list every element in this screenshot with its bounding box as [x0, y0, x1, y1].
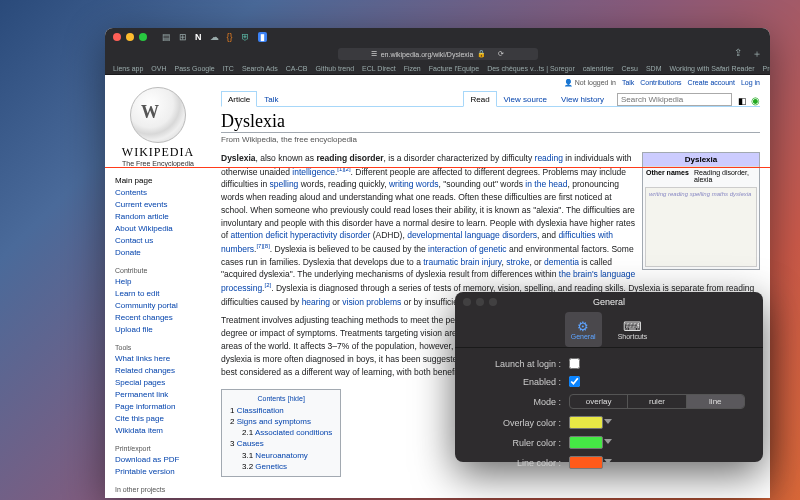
preferences-window: General ⚙ General ⌨ Shortcuts Launch at … [455, 292, 763, 462]
sidebar-icon[interactable]: ▤ [162, 32, 171, 42]
link-dementia[interactable]: dementia [544, 257, 579, 267]
tab-read[interactable]: Read [463, 91, 496, 107]
nav-about[interactable]: About Wikipedia [115, 223, 201, 235]
fav-item[interactable]: Fizen [404, 65, 421, 72]
fav-item[interactable]: Présence.xlsx [763, 65, 770, 72]
fav-item[interactable]: ITC [223, 65, 234, 72]
toc-signs[interactable]: Signs and symptoms [237, 417, 311, 426]
fav-item[interactable]: OVH [151, 65, 166, 72]
nav-permalink[interactable]: Permanent link [115, 389, 201, 401]
share-icon[interactable]: ⇪ [734, 47, 742, 61]
user-talk[interactable]: Talk [622, 79, 634, 86]
notion-icon[interactable]: N [195, 32, 202, 42]
overlay-color-swatch[interactable] [569, 416, 603, 429]
enabled-checkbox[interactable] [569, 376, 580, 387]
shield-icon[interactable]: ⛨ [241, 32, 250, 42]
infobox-image[interactable]: writing reading spelling maths dyslexia [645, 187, 757, 267]
minimize-icon[interactable] [126, 33, 134, 41]
nav-learn-edit[interactable]: Learn to edit [115, 288, 201, 300]
nav-special[interactable]: Special pages [115, 377, 201, 389]
nav-donate[interactable]: Donate [115, 247, 201, 259]
nav-links-here[interactable]: What links here [115, 353, 201, 365]
fav-item[interactable]: Github trend [316, 65, 355, 72]
launch-checkbox[interactable] [569, 358, 580, 369]
line-color-swatch[interactable] [569, 456, 603, 469]
tab-talk[interactable]: Talk [257, 91, 285, 106]
user-create[interactable]: Create account [687, 79, 734, 86]
link-intelligence[interactable]: intelligence [292, 167, 335, 177]
link-head[interactable]: in the head [525, 179, 567, 189]
search-input[interactable] [617, 93, 732, 106]
settings-icon[interactable]: ◉ [751, 95, 760, 106]
link-tbi[interactable]: traumatic brain injury [423, 257, 501, 267]
nav-pageinfo[interactable]: Page information [115, 401, 201, 413]
nav-community[interactable]: Community portal [115, 300, 201, 312]
new-tab-icon[interactable]: ＋ [752, 47, 762, 61]
nav-contact[interactable]: Contact us [115, 235, 201, 247]
url-field[interactable]: ☰ en.wikipedia.org/wiki/Dyslexia 🔒 ⟳ [338, 48, 538, 60]
tab-article[interactable]: Article [221, 91, 257, 107]
link-genetic[interactable]: interaction of genetic [428, 244, 506, 254]
fav-item[interactable]: SDM [646, 65, 662, 72]
fav-item[interactable]: Liens app [113, 65, 143, 72]
nav-recent[interactable]: Recent changes [115, 312, 201, 324]
prefs-tab-general[interactable]: ⚙ General [565, 312, 602, 347]
grid-icon[interactable]: ⊞ [179, 32, 187, 42]
toc-causes[interactable]: Causes [237, 439, 264, 448]
wikipedia-logo[interactable]: WIKIPEDIA The Free Encyclopedia [115, 87, 201, 167]
toc-neuro[interactable]: Neuroanatomy [255, 451, 307, 460]
link-stroke[interactable]: stroke [506, 257, 529, 267]
link-spelling[interactable]: spelling [270, 179, 299, 189]
mode-line[interactable]: line [687, 395, 744, 408]
infobox: Dyslexia Other names Reading disorder, a… [642, 152, 760, 270]
tab-history[interactable]: View history [554, 91, 611, 106]
tab-viewsource[interactable]: View source [497, 91, 554, 106]
mode-segmented-control[interactable]: overlay ruler line [569, 394, 745, 409]
braces-icon[interactable]: {} [227, 32, 233, 42]
stack-icon[interactable]: ▮ [258, 32, 267, 42]
reader-icon[interactable]: ☰ [371, 50, 377, 58]
nav-wikidata[interactable]: Wikidata item [115, 425, 201, 437]
nav-upload[interactable]: Upload file [115, 324, 201, 336]
fav-item[interactable]: CA-CB [286, 65, 308, 72]
close-icon[interactable] [113, 33, 121, 41]
fav-item[interactable]: Facture l'Equipe [429, 65, 479, 72]
ruler-color-swatch[interactable] [569, 436, 603, 449]
nav-random[interactable]: Random article [115, 211, 201, 223]
ref[interactable]: [7][8] [256, 243, 269, 249]
appearance-icon[interactable]: ◧ [738, 96, 747, 106]
link-dev[interactable]: developmental language disorders [407, 230, 537, 240]
toc-genetics[interactable]: Genetics [255, 462, 287, 471]
zoom-icon[interactable] [139, 33, 147, 41]
fav-item[interactable]: ECL Direct [362, 65, 396, 72]
fav-item[interactable]: Working with Safari Reader [669, 65, 754, 72]
link-reading[interactable]: reading [535, 153, 563, 163]
nav-related[interactable]: Related changes [115, 365, 201, 377]
toc-hide[interactable]: [hide] [288, 395, 305, 402]
mode-overlay[interactable]: overlay [570, 395, 628, 408]
nav-current-events[interactable]: Current events [115, 199, 201, 211]
nav-cite[interactable]: Cite this page [115, 413, 201, 425]
link-vision[interactable]: vision problems [342, 297, 401, 307]
user-contrib[interactable]: Contributions [640, 79, 681, 86]
link-hearing[interactable]: hearing [302, 297, 330, 307]
fav-item[interactable]: Pass Google [175, 65, 215, 72]
toc-classification[interactable]: Classification [237, 406, 284, 415]
fav-item[interactable]: Cesu [622, 65, 638, 72]
user-login[interactable]: Log in [741, 79, 760, 86]
prefs-tab-shortcuts[interactable]: ⌨ Shortcuts [612, 312, 654, 347]
mode-ruler[interactable]: ruler [628, 395, 686, 408]
nav-contents[interactable]: Contents [115, 187, 201, 199]
nav-pdf[interactable]: Download as PDF [115, 454, 201, 466]
nav-printable[interactable]: Printable version [115, 466, 201, 478]
link-writing[interactable]: writing words [389, 179, 439, 189]
reload-icon[interactable]: ⟳ [498, 50, 504, 58]
cloud-icon[interactable]: ☁ [210, 32, 219, 42]
nav-help[interactable]: Help [115, 276, 201, 288]
fav-item[interactable]: Search Ads [242, 65, 278, 72]
fav-item[interactable]: Des chèques v...ts | Soregor [487, 65, 575, 72]
nav-main-page[interactable]: Main page [115, 175, 201, 187]
fav-item[interactable]: calendrier [583, 65, 614, 72]
link-adhd[interactable]: attention deficit hyperactivity disorder [230, 230, 370, 240]
toc-associated[interactable]: Associated conditions [255, 428, 332, 437]
